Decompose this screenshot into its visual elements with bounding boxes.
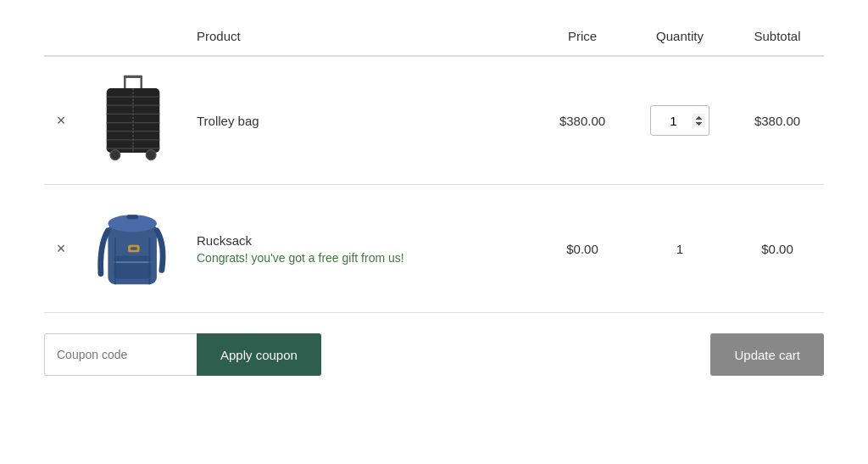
svg-rect-16 [114, 255, 151, 278]
trolley-bag-name: Trolley bag [197, 114, 259, 128]
rucksack-qty: 1 [676, 242, 683, 256]
cart-table: Product Price Quantity Subtotal × [44, 17, 824, 313]
table-row: × [44, 56, 824, 185]
trolley-bag-name-cell: Trolley bag [188, 56, 536, 185]
col-header-product: Product [188, 17, 536, 56]
col-header-image [78, 17, 188, 56]
trolley-bag-subtotal-cell: $380.00 [731, 56, 824, 185]
trolley-bag-qty-cell[interactable] [629, 56, 731, 185]
trolley-bag-subtotal: $380.00 [754, 114, 800, 128]
rucksack-name: Rucksack [197, 233, 252, 248]
col-header-remove [44, 17, 78, 56]
col-header-price: Price [536, 17, 629, 56]
cart-actions: Apply coupon Update cart [44, 333, 824, 376]
svg-rect-20 [126, 215, 138, 219]
remove-cell: × [44, 56, 78, 185]
trolley-bag-price: $380.00 [559, 114, 605, 128]
table-row: × [44, 185, 824, 313]
rucksack-qty-cell: 1 [629, 185, 731, 313]
col-header-subtotal: Subtotal [731, 17, 824, 56]
coupon-section: Apply coupon [44, 333, 321, 376]
svg-point-13 [146, 150, 156, 160]
svg-rect-2 [124, 75, 142, 78]
update-cart-button[interactable]: Update cart [710, 333, 824, 376]
remove-trolley-button[interactable]: × [53, 109, 70, 131]
col-header-quantity: Quantity [629, 17, 731, 56]
rucksack-subtotal-cell: $0.00 [731, 185, 824, 313]
rucksack-price: $0.00 [566, 242, 598, 256]
rucksack-image [86, 202, 180, 295]
rucksack-subtotal: $0.00 [761, 242, 793, 256]
trolley-bag-image-cell [78, 56, 188, 185]
rucksack-price-cell: $0.00 [536, 185, 629, 313]
rucksack-name-cell: Rucksack Congrats! you've got a free gif… [188, 185, 536, 313]
rucksack-promo: Congrats! you've got a free gift from us… [197, 251, 527, 265]
coupon-input[interactable] [44, 333, 197, 376]
cart-container: Product Price Quantity Subtotal × [19, 0, 849, 393]
table-header-row: Product Price Quantity Subtotal [44, 17, 824, 56]
trolley-bag-image [86, 74, 180, 167]
svg-rect-19 [131, 247, 137, 249]
apply-coupon-button[interactable]: Apply coupon [197, 333, 321, 376]
remove-rucksack-cell: × [44, 185, 78, 313]
remove-rucksack-button[interactable]: × [53, 238, 70, 260]
trolley-bag-price-cell: $380.00 [536, 56, 629, 185]
rucksack-image-cell [78, 185, 188, 313]
svg-point-12 [110, 150, 120, 160]
trolley-bag-qty-input[interactable] [650, 105, 709, 136]
